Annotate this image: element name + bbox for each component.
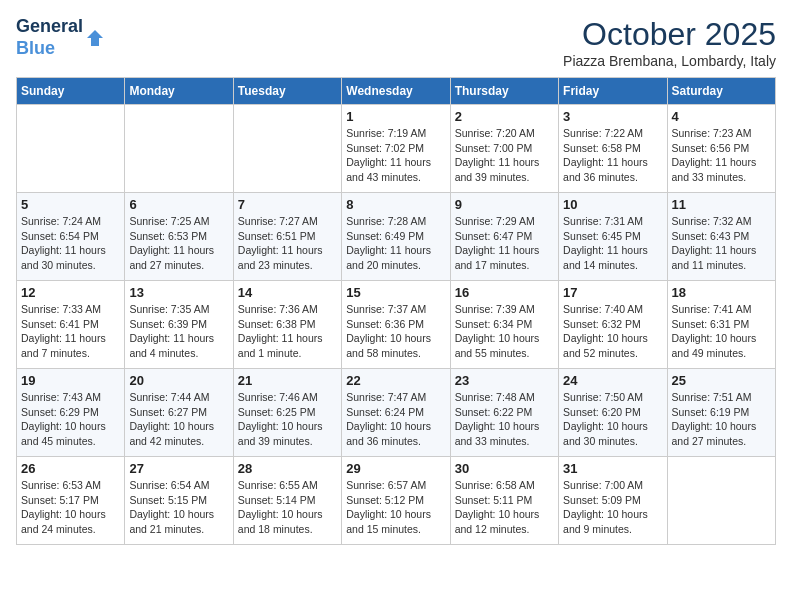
day-number: 3 xyxy=(563,109,662,124)
day-number: 15 xyxy=(346,285,445,300)
calendar-cell: 2Sunrise: 7:20 AM Sunset: 7:00 PM Daylig… xyxy=(450,105,558,193)
day-detail: Sunrise: 7:41 AM Sunset: 6:31 PM Dayligh… xyxy=(672,302,771,361)
day-number: 18 xyxy=(672,285,771,300)
day-detail: Sunrise: 7:00 AM Sunset: 5:09 PM Dayligh… xyxy=(563,478,662,537)
day-number: 10 xyxy=(563,197,662,212)
calendar-cell: 4Sunrise: 7:23 AM Sunset: 6:56 PM Daylig… xyxy=(667,105,775,193)
week-row-1: 1Sunrise: 7:19 AM Sunset: 7:02 PM Daylig… xyxy=(17,105,776,193)
logo: GeneralBlue xyxy=(16,16,105,59)
day-number: 1 xyxy=(346,109,445,124)
day-detail: Sunrise: 6:55 AM Sunset: 5:14 PM Dayligh… xyxy=(238,478,337,537)
day-detail: Sunrise: 7:44 AM Sunset: 6:27 PM Dayligh… xyxy=(129,390,228,449)
day-number: 5 xyxy=(21,197,120,212)
day-number: 30 xyxy=(455,461,554,476)
col-header-wednesday: Wednesday xyxy=(342,78,450,105)
location-subtitle: Piazza Brembana, Lombardy, Italy xyxy=(563,53,776,69)
day-number: 17 xyxy=(563,285,662,300)
calendar-cell: 21Sunrise: 7:46 AM Sunset: 6:25 PM Dayli… xyxy=(233,369,341,457)
day-detail: Sunrise: 7:48 AM Sunset: 6:22 PM Dayligh… xyxy=(455,390,554,449)
day-detail: Sunrise: 7:19 AM Sunset: 7:02 PM Dayligh… xyxy=(346,126,445,185)
calendar-cell: 18Sunrise: 7:41 AM Sunset: 6:31 PM Dayli… xyxy=(667,281,775,369)
title-block: October 2025 Piazza Brembana, Lombardy, … xyxy=(563,16,776,69)
day-detail: Sunrise: 7:32 AM Sunset: 6:43 PM Dayligh… xyxy=(672,214,771,273)
calendar-cell: 26Sunrise: 6:53 AM Sunset: 5:17 PM Dayli… xyxy=(17,457,125,545)
day-detail: Sunrise: 7:27 AM Sunset: 6:51 PM Dayligh… xyxy=(238,214,337,273)
day-number: 29 xyxy=(346,461,445,476)
calendar-cell: 13Sunrise: 7:35 AM Sunset: 6:39 PM Dayli… xyxy=(125,281,233,369)
day-number: 23 xyxy=(455,373,554,388)
day-detail: Sunrise: 7:43 AM Sunset: 6:29 PM Dayligh… xyxy=(21,390,120,449)
calendar-cell: 30Sunrise: 6:58 AM Sunset: 5:11 PM Dayli… xyxy=(450,457,558,545)
calendar-cell: 28Sunrise: 6:55 AM Sunset: 5:14 PM Dayli… xyxy=(233,457,341,545)
day-detail: Sunrise: 7:24 AM Sunset: 6:54 PM Dayligh… xyxy=(21,214,120,273)
calendar-cell: 23Sunrise: 7:48 AM Sunset: 6:22 PM Dayli… xyxy=(450,369,558,457)
calendar-cell: 27Sunrise: 6:54 AM Sunset: 5:15 PM Dayli… xyxy=(125,457,233,545)
day-detail: Sunrise: 7:39 AM Sunset: 6:34 PM Dayligh… xyxy=(455,302,554,361)
day-number: 26 xyxy=(21,461,120,476)
calendar-cell: 6Sunrise: 7:25 AM Sunset: 6:53 PM Daylig… xyxy=(125,193,233,281)
day-detail: Sunrise: 6:58 AM Sunset: 5:11 PM Dayligh… xyxy=(455,478,554,537)
calendar-cell: 7Sunrise: 7:27 AM Sunset: 6:51 PM Daylig… xyxy=(233,193,341,281)
col-header-tuesday: Tuesday xyxy=(233,78,341,105)
calendar-cell xyxy=(667,457,775,545)
day-detail: Sunrise: 7:47 AM Sunset: 6:24 PM Dayligh… xyxy=(346,390,445,449)
day-number: 27 xyxy=(129,461,228,476)
calendar-cell: 17Sunrise: 7:40 AM Sunset: 6:32 PM Dayli… xyxy=(559,281,667,369)
day-detail: Sunrise: 7:28 AM Sunset: 6:49 PM Dayligh… xyxy=(346,214,445,273)
calendar-cell xyxy=(233,105,341,193)
calendar-cell xyxy=(17,105,125,193)
col-header-friday: Friday xyxy=(559,78,667,105)
calendar-cell: 1Sunrise: 7:19 AM Sunset: 7:02 PM Daylig… xyxy=(342,105,450,193)
day-detail: Sunrise: 7:46 AM Sunset: 6:25 PM Dayligh… xyxy=(238,390,337,449)
week-row-2: 5Sunrise: 7:24 AM Sunset: 6:54 PM Daylig… xyxy=(17,193,776,281)
month-title: October 2025 xyxy=(563,16,776,53)
calendar-cell: 11Sunrise: 7:32 AM Sunset: 6:43 PM Dayli… xyxy=(667,193,775,281)
logo-text: GeneralBlue xyxy=(16,16,83,59)
week-row-5: 26Sunrise: 6:53 AM Sunset: 5:17 PM Dayli… xyxy=(17,457,776,545)
day-number: 24 xyxy=(563,373,662,388)
calendar-cell: 12Sunrise: 7:33 AM Sunset: 6:41 PM Dayli… xyxy=(17,281,125,369)
day-number: 20 xyxy=(129,373,228,388)
calendar-table: SundayMondayTuesdayWednesdayThursdayFrid… xyxy=(16,77,776,545)
day-number: 4 xyxy=(672,109,771,124)
day-number: 21 xyxy=(238,373,337,388)
day-number: 9 xyxy=(455,197,554,212)
day-detail: Sunrise: 7:36 AM Sunset: 6:38 PM Dayligh… xyxy=(238,302,337,361)
day-detail: Sunrise: 7:40 AM Sunset: 6:32 PM Dayligh… xyxy=(563,302,662,361)
calendar-cell: 8Sunrise: 7:28 AM Sunset: 6:49 PM Daylig… xyxy=(342,193,450,281)
week-row-3: 12Sunrise: 7:33 AM Sunset: 6:41 PM Dayli… xyxy=(17,281,776,369)
day-detail: Sunrise: 7:51 AM Sunset: 6:19 PM Dayligh… xyxy=(672,390,771,449)
day-detail: Sunrise: 7:33 AM Sunset: 6:41 PM Dayligh… xyxy=(21,302,120,361)
day-detail: Sunrise: 7:37 AM Sunset: 6:36 PM Dayligh… xyxy=(346,302,445,361)
calendar-cell: 14Sunrise: 7:36 AM Sunset: 6:38 PM Dayli… xyxy=(233,281,341,369)
calendar-cell: 20Sunrise: 7:44 AM Sunset: 6:27 PM Dayli… xyxy=(125,369,233,457)
day-number: 31 xyxy=(563,461,662,476)
day-detail: Sunrise: 7:22 AM Sunset: 6:58 PM Dayligh… xyxy=(563,126,662,185)
day-number: 12 xyxy=(21,285,120,300)
col-header-saturday: Saturday xyxy=(667,78,775,105)
day-detail: Sunrise: 6:53 AM Sunset: 5:17 PM Dayligh… xyxy=(21,478,120,537)
day-number: 7 xyxy=(238,197,337,212)
week-row-4: 19Sunrise: 7:43 AM Sunset: 6:29 PM Dayli… xyxy=(17,369,776,457)
calendar-cell: 15Sunrise: 7:37 AM Sunset: 6:36 PM Dayli… xyxy=(342,281,450,369)
col-header-thursday: Thursday xyxy=(450,78,558,105)
col-header-monday: Monday xyxy=(125,78,233,105)
day-number: 13 xyxy=(129,285,228,300)
day-number: 8 xyxy=(346,197,445,212)
day-detail: Sunrise: 7:25 AM Sunset: 6:53 PM Dayligh… xyxy=(129,214,228,273)
calendar-cell xyxy=(125,105,233,193)
day-detail: Sunrise: 6:57 AM Sunset: 5:12 PM Dayligh… xyxy=(346,478,445,537)
calendar-cell: 29Sunrise: 6:57 AM Sunset: 5:12 PM Dayli… xyxy=(342,457,450,545)
svg-marker-0 xyxy=(87,30,103,46)
calendar-cell: 5Sunrise: 7:24 AM Sunset: 6:54 PM Daylig… xyxy=(17,193,125,281)
calendar-cell: 24Sunrise: 7:50 AM Sunset: 6:20 PM Dayli… xyxy=(559,369,667,457)
calendar-cell: 3Sunrise: 7:22 AM Sunset: 6:58 PM Daylig… xyxy=(559,105,667,193)
day-number: 2 xyxy=(455,109,554,124)
day-detail: Sunrise: 7:31 AM Sunset: 6:45 PM Dayligh… xyxy=(563,214,662,273)
calendar-cell: 31Sunrise: 7:00 AM Sunset: 5:09 PM Dayli… xyxy=(559,457,667,545)
day-number: 28 xyxy=(238,461,337,476)
calendar-cell: 19Sunrise: 7:43 AM Sunset: 6:29 PM Dayli… xyxy=(17,369,125,457)
header-row: SundayMondayTuesdayWednesdayThursdayFrid… xyxy=(17,78,776,105)
day-number: 25 xyxy=(672,373,771,388)
day-detail: Sunrise: 6:54 AM Sunset: 5:15 PM Dayligh… xyxy=(129,478,228,537)
